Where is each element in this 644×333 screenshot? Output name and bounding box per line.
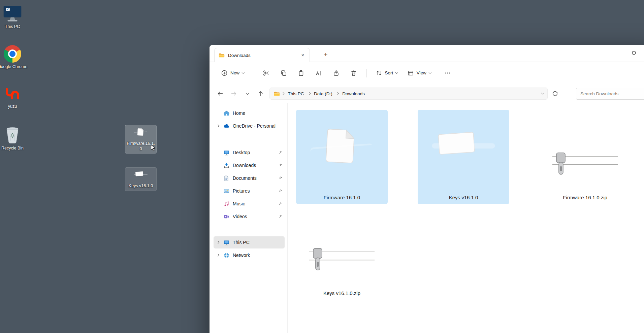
pin-icon[interactable] xyxy=(278,189,283,193)
breadcrumb-data-d[interactable]: Data (D:) xyxy=(312,90,334,97)
explorer-window: Downloads × + New xyxy=(210,45,644,333)
tab-bar: Downloads × + xyxy=(210,45,644,62)
sort-button[interactable]: Sort xyxy=(372,67,402,79)
recycle-bin-icon xyxy=(3,125,22,144)
arrow-up-icon xyxy=(257,90,264,97)
file-name: Firmware.16.1.0 xyxy=(324,195,360,200)
file-item-firmware-zip[interactable]: Firmware.16.1.0.zip xyxy=(539,110,631,204)
pin-icon[interactable] xyxy=(278,201,283,206)
pin-icon[interactable] xyxy=(278,176,283,180)
sidebar-divider xyxy=(216,228,283,228)
desktop-icon-recycle-bin[interactable]: Recycle Bin xyxy=(0,125,28,151)
sidebar-item-label: Pictures xyxy=(233,188,275,194)
pictures-icon xyxy=(223,188,230,194)
sidebar-item-desktop[interactable]: Desktop xyxy=(214,146,285,159)
file-name: Keys v16.1.0 xyxy=(449,195,478,200)
sidebar-item-label: Desktop xyxy=(233,150,275,155)
breadcrumb-this-pc[interactable]: This PC xyxy=(286,90,306,97)
forward-button[interactable] xyxy=(228,88,240,100)
share-button[interactable] xyxy=(328,66,344,80)
tab-downloads[interactable]: Downloads × xyxy=(214,48,310,62)
delete-button[interactable] xyxy=(346,66,362,80)
home-icon xyxy=(223,110,230,116)
desktop-icon-label: This PC xyxy=(5,24,20,30)
desktop-icon-label: Google Chrome xyxy=(0,64,27,70)
minimize-icon xyxy=(612,53,616,53)
back-button[interactable] xyxy=(214,88,226,100)
sidebar-item-documents[interactable]: Documents xyxy=(214,172,285,184)
file-icon-box xyxy=(424,113,503,193)
sidebar-item-label: Home xyxy=(233,110,283,116)
minimize-button[interactable] xyxy=(606,45,622,61)
sidebar-item-label: Videos xyxy=(233,214,275,219)
rename-button[interactable] xyxy=(311,66,327,80)
refresh-button[interactable] xyxy=(549,88,561,100)
file-item-keys-zip[interactable]: Keys v16.1.0.zip xyxy=(296,205,388,300)
onedrive-cloud-icon xyxy=(223,123,230,129)
cut-button[interactable] xyxy=(258,66,274,80)
desktop-icon-this-pc[interactable]: This PC xyxy=(0,5,28,30)
sidebar-item-music[interactable]: Music xyxy=(214,198,285,210)
command-bar: New Sort xyxy=(210,62,644,84)
address-bar-row: This PC Data (D:) Downloads xyxy=(210,84,644,103)
new-tab-button[interactable]: + xyxy=(321,50,331,60)
file-item-keys-folder[interactable]: Keys v16.1.0 xyxy=(418,110,509,204)
paste-button[interactable] xyxy=(293,66,309,80)
more-button[interactable] xyxy=(440,66,456,80)
sidebar-item-this-pc[interactable]: This PC xyxy=(214,236,285,248)
view-button[interactable]: View xyxy=(403,67,435,79)
maximize-button[interactable] xyxy=(626,45,642,61)
desktop-icon-label: yuzu xyxy=(8,104,17,109)
yuzu-icon xyxy=(4,85,21,102)
ellipsis-icon xyxy=(444,70,451,76)
desktop-shortcut-keys-folder[interactable]: Keys v16.1.0 xyxy=(125,168,156,191)
folder-open-icon xyxy=(133,127,149,140)
expand-chevron[interactable] xyxy=(216,254,220,256)
this-pc-icon xyxy=(3,5,22,23)
arrow-right-icon xyxy=(230,90,237,97)
sidebar-item-label: Downloads xyxy=(233,163,275,168)
pin-icon[interactable] xyxy=(278,214,283,219)
desktop-icon-yuzu[interactable]: yuzu xyxy=(0,85,28,109)
up-button[interactable] xyxy=(255,88,267,100)
expand-chevron[interactable] xyxy=(216,241,220,243)
file-name: Keys v16.1.0.zip xyxy=(323,290,360,296)
desktop-icon-google-chrome[interactable]: Google Chrome xyxy=(0,45,28,70)
sidebar-item-videos[interactable]: Videos xyxy=(214,210,285,223)
search-input[interactable] xyxy=(576,88,644,100)
chevron-down-icon xyxy=(242,71,245,74)
copy-button[interactable] xyxy=(276,66,292,80)
sidebar-item-network[interactable]: Network xyxy=(214,249,285,261)
share-icon xyxy=(333,70,340,76)
desktop-icon xyxy=(223,149,230,156)
address-dropdown-chevron[interactable] xyxy=(541,92,544,94)
sidebar-item-downloads[interactable]: Downloads xyxy=(214,159,285,171)
file-icon-box xyxy=(545,113,625,193)
pin-icon[interactable] xyxy=(278,163,283,168)
sidebar-item-label: Music xyxy=(233,201,275,206)
sidebar-item-onedrive[interactable]: OneDrive - Personal xyxy=(214,120,285,132)
sidebar-item-label: OneDrive - Personal xyxy=(233,123,283,129)
address-bar[interactable]: This PC Data (D:) Downloads xyxy=(269,88,548,100)
chevron-down-icon xyxy=(429,71,431,74)
zip-folder-icon xyxy=(548,123,622,184)
pin-icon[interactable] xyxy=(278,150,283,155)
file-item-firmware-folder[interactable]: Firmware.16.1.0 xyxy=(296,110,388,204)
tab-close-button[interactable]: × xyxy=(299,51,307,59)
downloads-icon xyxy=(223,162,230,169)
network-icon xyxy=(223,252,230,259)
sidebar-item-home[interactable]: Home xyxy=(214,107,285,119)
file-icon-box xyxy=(302,113,382,193)
mouse-cursor xyxy=(150,144,157,152)
sidebar-item-label: Documents xyxy=(233,175,275,181)
expand-chevron[interactable] xyxy=(216,125,220,127)
sidebar-item-pictures[interactable]: Pictures xyxy=(214,185,285,197)
recent-locations-button[interactable] xyxy=(241,88,253,100)
documents-icon xyxy=(223,175,230,181)
new-button[interactable]: New xyxy=(217,67,248,79)
toolbar-divider xyxy=(253,69,253,77)
tab-title: Downloads xyxy=(228,53,295,58)
chrome-icon xyxy=(4,45,21,63)
folder-icon xyxy=(219,53,225,58)
breadcrumb-downloads[interactable]: Downloads xyxy=(340,90,367,97)
